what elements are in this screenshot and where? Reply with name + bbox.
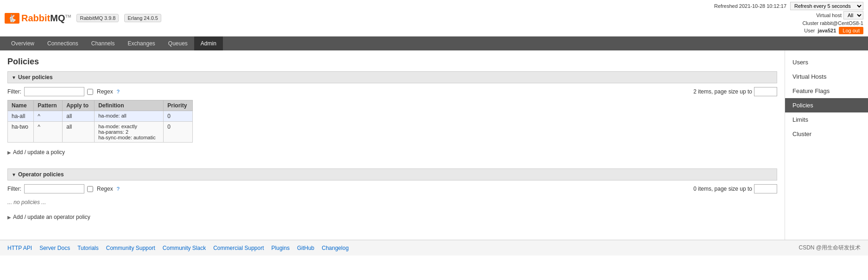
nav-item-connections[interactable]: Connections	[41, 37, 85, 50]
footer-commercial-support[interactable]: Commercial Support	[213, 245, 264, 251]
user-policies-regex-checkbox[interactable]	[87, 89, 93, 95]
sidebar-item-policies[interactable]: Policies	[785, 98, 868, 112]
main-layout: Policies ▼ User policies Filter: Regex ?…	[0, 50, 868, 240]
add-policy-row: ▶ Add / update a policy	[7, 147, 777, 157]
footer-github[interactable]: GitHub	[297, 245, 314, 251]
user-policies-page-size-input[interactable]: 100	[754, 87, 777, 96]
col-priority: Priority	[164, 100, 193, 111]
refreshed-text: Refreshed 2021-10-28 10:12:17	[714, 3, 786, 9]
user-policies-help-link[interactable]: ?	[117, 89, 120, 94]
table-row: ha-all ^ all ha-mode: all 0	[8, 111, 193, 122]
footer-brand: CSDN @用生命研发技术	[798, 244, 861, 252]
vhost-label: Virtual host	[816, 12, 842, 18]
cell-definition: ha-mode: exactly ha-params: 2 ha-sync-mo…	[95, 122, 164, 143]
add-operator-policy-label: Add / update an operator policy	[13, 214, 90, 220]
operator-policies-regex-label: Regex	[97, 186, 113, 192]
nav-bar: Overview Connections Channels Exchanges …	[0, 37, 868, 50]
col-pattern: Pattern	[34, 100, 63, 111]
right-sidebar: Users Virtual Hosts Feature Flags Polici…	[785, 50, 868, 240]
sidebar-item-feature-flags[interactable]: Feature Flags	[785, 84, 868, 98]
top-bar: 🐇 RabbitMQTM RabbitMQ 3.9.8 Erlang 24.0.…	[0, 0, 868, 37]
cell-priority: 0	[164, 111, 193, 122]
footer-changelog[interactable]: Changelog	[322, 245, 348, 251]
def-line-2: ha-params: 2	[98, 129, 159, 135]
cell-pattern: ^	[34, 111, 63, 122]
user-policies-filter-label: Filter:	[7, 88, 21, 95]
refresh-select[interactable]: Refresh every 5 seconds Refresh every 10…	[790, 2, 863, 10]
def-line-1: ha-mode: exactly	[98, 124, 159, 129]
cell-name: ha-all	[8, 111, 34, 122]
vhost-select[interactable]: All	[843, 11, 863, 19]
def-line-3: ha-sync-mode: automatic	[98, 135, 159, 140]
col-apply-to: Apply to	[63, 100, 95, 111]
user-policies-section: ▼ User policies Filter: Regex ? 2 items,…	[7, 71, 777, 161]
nav-item-overview[interactable]: Overview	[5, 37, 41, 50]
operator-policies-content: Filter: Regex ? 0 items, page size up to…	[7, 180, 777, 226]
logo-icon: 🐇	[5, 13, 19, 24]
footer-plugins[interactable]: Plugins	[272, 245, 290, 251]
refresh-row: Refreshed 2021-10-28 10:12:17 Refresh ev…	[714, 2, 863, 10]
cell-name: ha-two	[8, 122, 34, 143]
logo-tm: TM	[65, 14, 71, 19]
version-badge: RabbitMQ 3.9.8	[76, 14, 119, 22]
user-policies-title: User policies	[18, 74, 53, 81]
footer-tutorials[interactable]: Tutorials	[77, 245, 99, 251]
operator-policies-items-text: 0 items, page size up to	[693, 186, 752, 192]
nav-item-exchanges[interactable]: Exchanges	[121, 37, 161, 50]
logo-text: RabbitMQTM	[21, 13, 71, 24]
user-policies-arrow: ▼	[12, 75, 16, 80]
operator-policies-arrow: ▼	[12, 172, 16, 177]
user-policies-page-size-row: 2 items, page size up to 100	[693, 87, 777, 96]
top-bar-left: 🐇 RabbitMQTM RabbitMQ 3.9.8 Erlang 24.0.…	[5, 13, 161, 24]
operator-policies-section: ▼ Operator policies Filter: Regex ? 0 it…	[7, 168, 777, 226]
user-policies-content: Filter: Regex ? 2 items, page size up to…	[7, 83, 777, 161]
sidebar-item-cluster[interactable]: Cluster	[785, 127, 868, 141]
footer-links: HTTP API Server Docs Tutorials Community…	[7, 245, 348, 251]
cell-priority: 0	[164, 122, 193, 143]
user-policies-header[interactable]: ▼ User policies	[7, 71, 777, 83]
cluster-row: Cluster rabbit@CentOS8-1	[802, 20, 863, 26]
vhost-row: Virtual host All	[816, 11, 863, 19]
sidebar-item-limits[interactable]: Limits	[785, 112, 868, 127]
add-policy-link[interactable]: ▶ Add / update a policy	[7, 147, 65, 157]
page-title: Policies	[7, 57, 777, 67]
footer: HTTP API Server Docs Tutorials Community…	[0, 240, 868, 255]
add-operator-policy-arrow: ▶	[7, 215, 11, 220]
footer-community-slack[interactable]: Community Slack	[163, 245, 206, 251]
user-policies-table: Name Pattern Apply to Definition Priorit…	[7, 100, 193, 143]
logo: 🐇 RabbitMQTM	[5, 13, 71, 24]
nav-item-queues[interactable]: Queues	[162, 37, 194, 50]
user-policies-items-text: 2 items, page size up to	[693, 88, 752, 95]
content: Policies ▼ User policies Filter: Regex ?…	[0, 50, 785, 240]
cell-apply-to: all	[63, 122, 95, 143]
add-operator-policy-link[interactable]: ▶ Add / update an operator policy	[7, 212, 90, 222]
cell-definition: ha-mode: all	[95, 111, 164, 122]
operator-policies-regex-checkbox[interactable]	[87, 186, 93, 192]
cell-pattern: ^	[34, 122, 63, 143]
nav-item-admin[interactable]: Admin	[194, 37, 223, 50]
footer-http-api[interactable]: HTTP API	[7, 245, 32, 251]
operator-policies-page-size-input[interactable]: 100	[754, 184, 777, 193]
erlang-badge: Erlang 24.0.5	[124, 14, 161, 22]
footer-server-docs[interactable]: Server Docs	[39, 245, 70, 251]
nav-item-channels[interactable]: Channels	[85, 37, 121, 50]
top-bar-right: Refreshed 2021-10-28 10:12:17 Refresh ev…	[714, 2, 863, 34]
table-row: ha-two ^ all ha-mode: exactly ha-params:…	[8, 122, 193, 143]
user-policies-regex-label: Regex	[97, 88, 113, 95]
operator-policies-help-link[interactable]: ?	[117, 186, 120, 192]
operator-policies-filter-label: Filter:	[7, 186, 21, 192]
col-name: Name	[8, 100, 34, 111]
cluster-value: rabbit@CentOS8-1	[820, 20, 863, 26]
footer-community-support[interactable]: Community Support	[106, 245, 155, 251]
cluster-label: Cluster	[802, 20, 818, 26]
add-operator-policy-row: ▶ Add / update an operator policy	[7, 212, 777, 222]
operator-policies-header[interactable]: ▼ Operator policies	[7, 168, 777, 180]
user-value: java521	[818, 28, 836, 33]
sidebar-item-users[interactable]: Users	[785, 55, 868, 69]
cell-apply-to: all	[63, 111, 95, 122]
logout-button[interactable]: Log out	[839, 27, 863, 34]
operator-policies-filter-input[interactable]	[24, 184, 84, 193]
user-policies-filter-input[interactable]	[24, 87, 84, 96]
operator-policies-filter-row: Filter: Regex ? 0 items, page size up to…	[7, 184, 777, 193]
sidebar-item-virtual-hosts[interactable]: Virtual Hosts	[785, 69, 868, 84]
